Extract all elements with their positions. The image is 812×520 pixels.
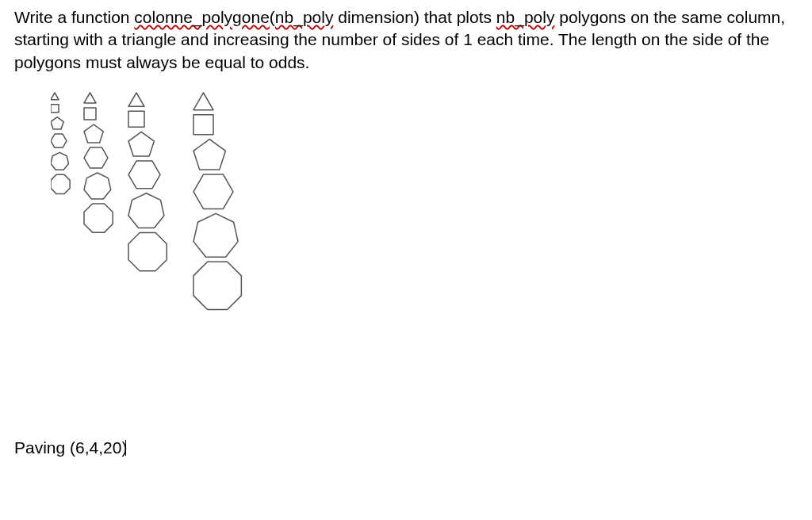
- text-cursor: [125, 440, 126, 456]
- polygon-4-sides: [84, 108, 96, 120]
- polygon-8-sides: [51, 174, 70, 193]
- polygon-6-sides: [84, 147, 108, 168]
- polygon-7-sides: [84, 173, 111, 199]
- polygon-5-sides: [84, 124, 103, 143]
- exercise-paragraph: Write a function colonne_polygone(nb_pol…: [14, 6, 798, 74]
- polygon-8-sides: [128, 233, 167, 271]
- polygon-3-sides: [193, 93, 213, 110]
- polygon-7-sides: [193, 213, 238, 257]
- spellcheck-word: nb_poly: [275, 8, 334, 26]
- polygon-5-sides: [193, 140, 225, 170]
- polygon-7-sides: [51, 152, 68, 170]
- polygon-8-sides: [193, 262, 241, 309]
- polygon-6-sides: [51, 134, 67, 147]
- polygon-illustration: [51, 82, 320, 430]
- polygon-3-sides: [51, 93, 59, 100]
- polygon-4-sides: [193, 115, 213, 135]
- spellcheck-word: colonne_polygone: [134, 8, 269, 26]
- polygon-4-sides: [128, 111, 144, 127]
- polygon-5-sides: [51, 117, 63, 129]
- polygon-6-sides: [193, 174, 233, 208]
- polygon-8-sides: [84, 204, 113, 232]
- polygon-3-sides: [84, 93, 96, 103]
- text-fragment: Write a function: [14, 8, 134, 26]
- caption-label: Paving (6,4,20): [14, 438, 127, 457]
- polygon-3-sides: [128, 93, 144, 106]
- polygon-7-sides: [128, 193, 164, 228]
- caption-text[interactable]: Paving (6,4,20): [14, 438, 798, 457]
- spellcheck-word: nb_poly: [496, 8, 555, 26]
- polygon-4-sides: [51, 105, 59, 113]
- polygon-6-sides: [128, 161, 160, 189]
- polygon-5-sides: [128, 132, 154, 156]
- text-fragment: dimension) that plots: [333, 8, 496, 26]
- text-fragment: (: [270, 8, 275, 26]
